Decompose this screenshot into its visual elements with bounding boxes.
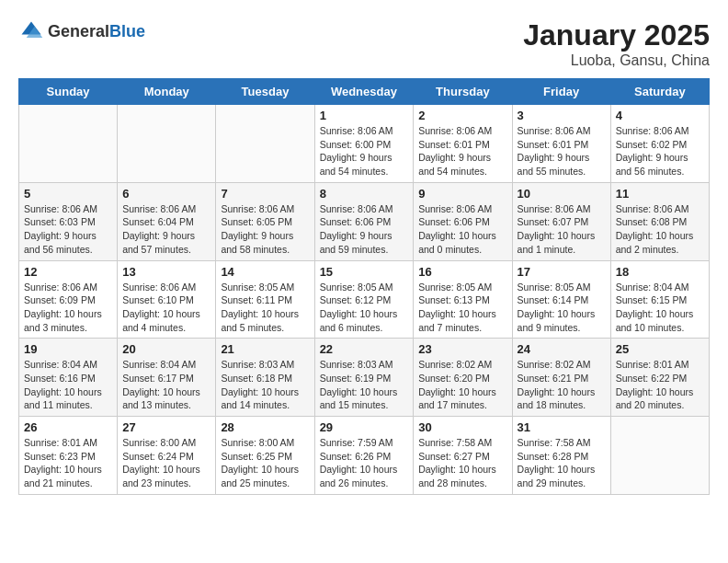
day-number: 26	[24, 420, 112, 434]
table-row: 12Sunrise: 8:06 AMSunset: 6:09 PMDayligh…	[19, 260, 118, 339]
day-detail: Sunrise: 8:06 AMSunset: 6:02 PMDaylight:…	[616, 124, 704, 178]
day-detail: Sunrise: 8:05 AMSunset: 6:11 PMDaylight:…	[221, 281, 309, 335]
logo-general-text: General	[48, 22, 109, 40]
day-number: 21	[221, 342, 309, 356]
location-title: Luoba, Gansu, China	[523, 52, 710, 69]
day-detail: Sunrise: 8:06 AMSunset: 6:10 PMDaylight:…	[122, 281, 210, 335]
day-number: 25	[616, 342, 704, 356]
day-number: 5	[24, 187, 112, 201]
table-row	[19, 105, 118, 183]
table-row: 28Sunrise: 8:00 AMSunset: 6:25 PMDayligh…	[216, 417, 314, 495]
calendar-week-row: 5Sunrise: 8:06 AMSunset: 6:03 PMDaylight…	[19, 182, 710, 260]
day-number: 12	[24, 265, 112, 279]
day-number: 13	[122, 265, 210, 279]
table-row: 18Sunrise: 8:04 AMSunset: 6:15 PMDayligh…	[610, 260, 709, 339]
table-row: 30Sunrise: 7:58 AMSunset: 6:27 PMDayligh…	[414, 417, 512, 495]
logo-blue-text: Blue	[109, 22, 145, 40]
day-number: 10	[518, 187, 606, 201]
table-row: 29Sunrise: 7:59 AMSunset: 6:26 PMDayligh…	[314, 417, 414, 495]
day-number: 24	[518, 342, 606, 356]
table-row: 15Sunrise: 8:05 AMSunset: 6:12 PMDayligh…	[314, 260, 414, 339]
day-detail: Sunrise: 8:05 AMSunset: 6:13 PMDaylight:…	[418, 281, 506, 335]
table-row: 11Sunrise: 8:06 AMSunset: 6:08 PMDayligh…	[610, 182, 709, 260]
header-monday: Monday	[118, 79, 216, 105]
day-detail: Sunrise: 8:04 AMSunset: 6:16 PMDaylight:…	[24, 358, 112, 412]
table-row	[610, 417, 709, 495]
table-row: 19Sunrise: 8:04 AMSunset: 6:16 PMDayligh…	[19, 339, 118, 417]
day-number: 30	[418, 420, 506, 434]
table-row: 9Sunrise: 8:06 AMSunset: 6:06 PMDaylight…	[414, 182, 512, 260]
day-detail: Sunrise: 8:01 AMSunset: 6:23 PMDaylight:…	[24, 436, 112, 490]
day-detail: Sunrise: 8:06 AMSunset: 6:09 PMDaylight:…	[24, 281, 112, 335]
day-number: 7	[221, 187, 309, 201]
day-detail: Sunrise: 7:58 AMSunset: 6:28 PMDaylight:…	[518, 436, 606, 490]
day-detail: Sunrise: 8:06 AMSunset: 6:06 PMDaylight:…	[418, 202, 506, 257]
day-number: 23	[418, 342, 506, 356]
day-number: 18	[616, 265, 704, 279]
day-number: 31	[518, 420, 606, 434]
day-detail: Sunrise: 8:00 AMSunset: 6:24 PMDaylight:…	[122, 436, 210, 490]
day-number: 11	[616, 187, 704, 201]
header-friday: Friday	[512, 79, 610, 105]
day-detail: Sunrise: 8:06 AMSunset: 6:01 PMDaylight:…	[418, 124, 506, 178]
day-detail: Sunrise: 8:03 AMSunset: 6:18 PMDaylight:…	[221, 358, 309, 412]
calendar-week-row: 19Sunrise: 8:04 AMSunset: 6:16 PMDayligh…	[19, 339, 710, 417]
logo-icon	[18, 18, 44, 44]
day-number: 17	[518, 265, 606, 279]
calendar-header-row: Sunday Monday Tuesday Wednesday Thursday…	[19, 79, 710, 105]
day-number: 15	[320, 265, 409, 279]
day-number: 28	[221, 420, 309, 434]
calendar-week-row: 26Sunrise: 8:01 AMSunset: 6:23 PMDayligh…	[19, 417, 710, 495]
table-row: 16Sunrise: 8:05 AMSunset: 6:13 PMDayligh…	[414, 260, 512, 339]
day-number: 8	[320, 187, 409, 201]
day-detail: Sunrise: 8:06 AMSunset: 6:04 PMDaylight:…	[122, 202, 210, 257]
header-saturday: Saturday	[610, 79, 709, 105]
table-row: 17Sunrise: 8:05 AMSunset: 6:14 PMDayligh…	[512, 260, 610, 339]
table-row: 7Sunrise: 8:06 AMSunset: 6:05 PMDaylight…	[216, 182, 314, 260]
header-sunday: Sunday	[19, 79, 118, 105]
calendar-week-row: 1Sunrise: 8:06 AMSunset: 6:00 PMDaylight…	[19, 105, 710, 183]
table-row: 8Sunrise: 8:06 AMSunset: 6:06 PMDaylight…	[314, 182, 414, 260]
calendar-week-row: 12Sunrise: 8:06 AMSunset: 6:09 PMDayligh…	[19, 260, 710, 339]
day-detail: Sunrise: 8:04 AMSunset: 6:17 PMDaylight:…	[122, 358, 210, 412]
day-number: 1	[320, 109, 409, 122]
table-row: 22Sunrise: 8:03 AMSunset: 6:19 PMDayligh…	[314, 339, 414, 417]
day-number: 6	[122, 187, 210, 201]
table-row: 6Sunrise: 8:06 AMSunset: 6:04 PMDaylight…	[118, 182, 216, 260]
day-number: 19	[24, 342, 112, 356]
day-number: 29	[320, 420, 409, 434]
day-detail: Sunrise: 8:05 AMSunset: 6:14 PMDaylight:…	[518, 281, 606, 335]
day-number: 9	[418, 187, 506, 201]
table-row: 13Sunrise: 8:06 AMSunset: 6:10 PMDayligh…	[118, 260, 216, 339]
day-number: 27	[122, 420, 210, 434]
table-row: 31Sunrise: 7:58 AMSunset: 6:28 PMDayligh…	[512, 417, 610, 495]
table-row: 2Sunrise: 8:06 AMSunset: 6:01 PMDaylight…	[414, 105, 512, 183]
header-tuesday: Tuesday	[216, 79, 314, 105]
day-detail: Sunrise: 8:04 AMSunset: 6:15 PMDaylight:…	[616, 281, 704, 335]
table-row: 21Sunrise: 8:03 AMSunset: 6:18 PMDayligh…	[216, 339, 314, 417]
table-row: 23Sunrise: 8:02 AMSunset: 6:20 PMDayligh…	[414, 339, 512, 417]
day-detail: Sunrise: 8:06 AMSunset: 6:03 PMDaylight:…	[24, 202, 112, 257]
table-row: 20Sunrise: 8:04 AMSunset: 6:17 PMDayligh…	[118, 339, 216, 417]
table-row: 1Sunrise: 8:06 AMSunset: 6:00 PMDaylight…	[314, 105, 414, 183]
day-number: 3	[518, 109, 606, 122]
day-detail: Sunrise: 8:06 AMSunset: 6:07 PMDaylight:…	[518, 202, 606, 257]
day-detail: Sunrise: 8:03 AMSunset: 6:19 PMDaylight:…	[320, 358, 409, 412]
table-row: 24Sunrise: 8:02 AMSunset: 6:21 PMDayligh…	[512, 339, 610, 417]
table-row: 25Sunrise: 8:01 AMSunset: 6:22 PMDayligh…	[610, 339, 709, 417]
table-row: 3Sunrise: 8:06 AMSunset: 6:01 PMDaylight…	[512, 105, 610, 183]
day-detail: Sunrise: 8:06 AMSunset: 6:05 PMDaylight:…	[221, 202, 309, 257]
table-row	[216, 105, 314, 183]
logo: GeneralBlue	[18, 18, 145, 44]
day-detail: Sunrise: 8:06 AMSunset: 6:00 PMDaylight:…	[320, 124, 409, 178]
day-detail: Sunrise: 8:00 AMSunset: 6:25 PMDaylight:…	[221, 436, 309, 490]
page-header: GeneralBlue January 2025 Luoba, Gansu, C…	[18, 18, 710, 69]
day-detail: Sunrise: 8:06 AMSunset: 6:01 PMDaylight:…	[518, 124, 606, 178]
table-row	[118, 105, 216, 183]
day-number: 20	[122, 342, 210, 356]
day-number: 2	[418, 109, 506, 122]
month-title: January 2025	[523, 18, 710, 52]
header-thursday: Thursday	[414, 79, 512, 105]
table-row: 26Sunrise: 8:01 AMSunset: 6:23 PMDayligh…	[19, 417, 118, 495]
day-detail: Sunrise: 8:02 AMSunset: 6:21 PMDaylight:…	[518, 358, 606, 412]
